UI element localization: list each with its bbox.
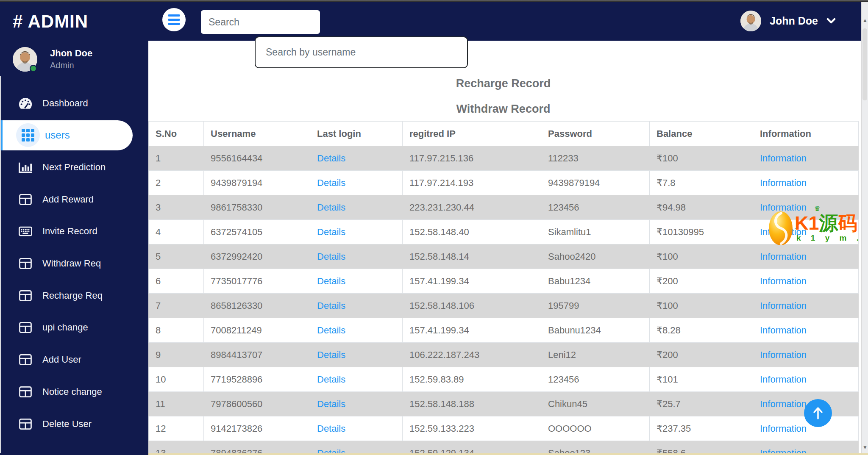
scroll-to-top-button[interactable] [804, 399, 832, 427]
sidebar-item-users[interactable]: users [3, 120, 133, 150]
details-link[interactable]: Details [317, 276, 345, 286]
details-link[interactable]: Details [317, 251, 345, 262]
information-cell: Information [753, 294, 859, 318]
sidebar-item-label: Add Reward [42, 194, 94, 205]
scrollbar-up-arrow-icon[interactable]: ▲ [862, 17, 868, 23]
table-row: 19556164434Details117.97.215.136112233₹1… [149, 146, 859, 171]
table-icon [17, 194, 34, 205]
information-link[interactable]: Information [760, 178, 807, 188]
information-link[interactable]: Information [760, 227, 807, 237]
avatar-image [740, 11, 761, 31]
details-link[interactable]: Details [317, 399, 345, 409]
username-cell: 7719528896 [204, 367, 310, 392]
sidebar-item-add-reward[interactable]: Add Reward [0, 184, 133, 214]
information-link[interactable]: Information [760, 374, 807, 385]
sidebar-item-dashboard[interactable]: Dashboard [0, 88, 133, 118]
sidebar-toggle-button[interactable] [162, 8, 186, 31]
information-cell: Information [753, 367, 859, 392]
sidebar-item-upi-change[interactable]: upi change [0, 313, 133, 343]
sidebar-item-notice-change[interactable]: Notice change [0, 377, 133, 407]
username-cell: 9556164434 [204, 146, 310, 171]
information-cell: Information [753, 171, 859, 195]
information-link[interactable]: Information [760, 325, 807, 336]
sno-cell: 10 [149, 367, 204, 392]
sidebar-item-delete-user[interactable]: Delete User [0, 409, 133, 439]
information-link[interactable]: Information [760, 448, 807, 454]
details-link[interactable]: Details [317, 178, 345, 188]
column-header-s-no: S.No [149, 122, 204, 146]
user-name-label: John Doe [770, 15, 818, 27]
information-link[interactable]: Information [760, 350, 807, 360]
table-row: 67735017776Details157.41.199.34Babu1234₹… [149, 269, 859, 294]
user-menu[interactable]: John Doe [740, 9, 836, 33]
app-logo: # ADMIN [13, 11, 88, 32]
registered-ip-cell: 152.58.148.14 [403, 244, 541, 269]
sidebar-item-add-user[interactable]: Add User [0, 345, 133, 375]
details-link[interactable]: Details [317, 423, 345, 434]
username-cell: 6372992420 [204, 244, 310, 269]
balance-cell: ₹237.35 [650, 416, 753, 441]
information-link[interactable]: Information [760, 153, 807, 164]
sidebar-item-withdraw-req[interactable]: Withdraw Req [0, 249, 133, 279]
last-login-cell: Details [310, 392, 403, 416]
users-table-wrap: S.NoUsernameLast loginregitred IPPasswor… [148, 121, 858, 453]
information-link[interactable]: Information [760, 423, 807, 434]
sidebar-item-label: Delete User [42, 419, 92, 430]
table-header-row: S.NoUsernameLast loginregitred IPPasswor… [149, 122, 859, 146]
balance-cell: ₹94.98 [650, 195, 753, 220]
sidebar-profile: Jhon Doe Admin [0, 47, 148, 74]
registered-ip-cell: 157.41.199.34 [403, 269, 541, 294]
last-login-cell: Details [310, 367, 403, 392]
sidebar-item-next-prediction[interactable]: Next Prediction [0, 152, 133, 182]
information-link[interactable]: Information [760, 251, 807, 262]
details-link[interactable]: Details [317, 374, 345, 385]
password-cell: 195799 [541, 294, 650, 318]
sno-cell: 13 [149, 441, 204, 454]
table-row: 87008211249Details157.41.199.34Babunu123… [149, 318, 859, 343]
scrollbar-down-arrow-icon[interactable]: ▼ [862, 444, 868, 450]
sidebar-item-invite-record[interactable]: Invite Record [0, 216, 133, 247]
table-row: 78658126330Details152.58.148.106195799₹1… [149, 294, 859, 318]
sidebar-item-label: Next Prediction [42, 162, 106, 173]
details-link[interactable]: Details [317, 350, 345, 360]
table-icon [17, 386, 34, 397]
information-cell: Information [753, 269, 859, 294]
information-link[interactable]: Information [760, 300, 807, 311]
information-link[interactable]: Information [760, 276, 807, 286]
password-cell: Leni12 [541, 343, 650, 367]
window-top-edge [0, 0, 868, 2]
arrow-up-icon [812, 406, 823, 420]
column-header-balance: Balance [650, 122, 753, 146]
username-cell: 7735017776 [204, 269, 310, 294]
main-content: Recharge Record Withdraw Record S.NoUser… [148, 41, 861, 453]
keyboard-icon [17, 226, 34, 236]
sidebar-item-recharge-req[interactable]: Recharge Req [0, 280, 133, 311]
details-link[interactable]: Details [317, 153, 345, 164]
registered-ip-cell: 117.97.214.193 [403, 171, 541, 195]
information-cell: Information [753, 195, 859, 220]
balance-cell: ₹100 [650, 294, 753, 318]
last-login-cell: Details [310, 171, 403, 195]
password-cell: Sahoo2420 [541, 244, 650, 269]
details-link[interactable]: Details [317, 448, 345, 454]
username-cell: 7008211249 [204, 318, 310, 343]
username-cell: 9439879194 [204, 171, 310, 195]
navbar-search-input[interactable] [201, 10, 320, 34]
scrollbar-thumb[interactable] [862, 28, 867, 100]
details-link[interactable]: Details [317, 325, 345, 336]
details-link[interactable]: Details [317, 202, 345, 213]
last-login-cell: Details [310, 441, 403, 454]
window-left-edge [0, 76, 1, 453]
balance-cell: ₹8.28 [650, 318, 753, 343]
profile-name: Jhon Doe [50, 48, 92, 59]
table-row: 29439879194Details117.97.214.19394398791… [149, 171, 859, 195]
information-link[interactable]: Information [760, 399, 807, 409]
table-row: 129142173826Details152.59.133.223OOOOOO₹… [149, 416, 859, 441]
username-search-input[interactable] [255, 36, 468, 68]
last-login-cell: Details [310, 195, 403, 220]
table-icon [17, 290, 34, 301]
details-link[interactable]: Details [317, 300, 345, 311]
details-link[interactable]: Details [317, 227, 345, 237]
vertical-scrollbar[interactable]: ▲ ▼ [861, 2, 868, 455]
information-link[interactable]: Information [760, 202, 807, 213]
